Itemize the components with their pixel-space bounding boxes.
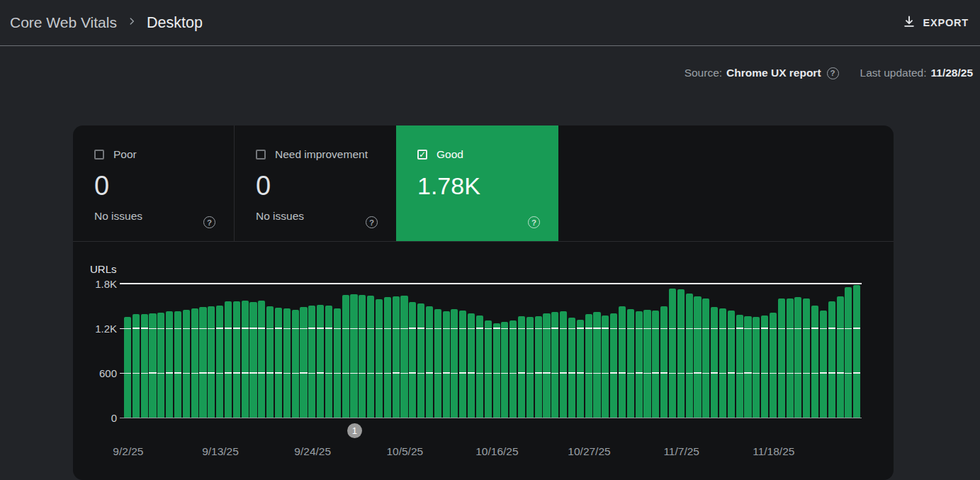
bar[interactable]	[845, 287, 852, 418]
bar[interactable]	[652, 311, 659, 418]
bar[interactable]	[417, 303, 424, 418]
bar[interactable]	[376, 299, 383, 418]
bar[interactable]	[543, 313, 550, 418]
poor-help-icon[interactable]: ?	[203, 216, 215, 228]
bar[interactable]	[451, 309, 458, 418]
bar[interactable]	[518, 316, 525, 418]
bar[interactable]	[627, 309, 634, 418]
bar[interactable]	[602, 316, 609, 418]
bar[interactable]	[149, 313, 156, 418]
bar[interactable]	[551, 312, 558, 418]
bar[interactable]	[593, 312, 600, 418]
bar[interactable]	[686, 294, 693, 418]
bar[interactable]	[585, 314, 592, 418]
bar[interactable]	[283, 308, 291, 418]
bar[interactable]	[258, 301, 265, 418]
bar[interactable]	[744, 316, 751, 418]
bar[interactable]	[141, 314, 148, 418]
bar[interactable]	[636, 311, 643, 418]
bar[interactable]	[367, 296, 374, 418]
bar[interactable]	[199, 307, 206, 418]
bar[interactable]	[526, 317, 534, 418]
good-checkbox[interactable]: ✓	[417, 150, 427, 160]
bar[interactable]	[409, 302, 416, 418]
bar[interactable]	[400, 296, 407, 418]
bar[interactable]	[694, 296, 701, 418]
bar[interactable]	[770, 313, 777, 418]
bar[interactable]	[334, 308, 341, 418]
bar[interactable]	[216, 306, 223, 418]
bar[interactable]	[233, 301, 240, 418]
bar[interactable]	[342, 295, 349, 418]
bar[interactable]	[719, 308, 726, 418]
card-good[interactable]: ✓ Good 1.78K ?	[396, 125, 558, 241]
bar[interactable]	[225, 301, 232, 418]
bar[interactable]	[535, 316, 542, 418]
bar[interactable]	[350, 294, 357, 418]
bar[interactable]	[736, 315, 743, 418]
bar[interactable]	[493, 323, 500, 418]
bar[interactable]	[249, 302, 257, 418]
bar[interactable]	[853, 285, 860, 418]
annotation-marker[interactable]: 1	[347, 423, 362, 438]
bar[interactable]	[191, 308, 198, 418]
poor-checkbox[interactable]	[94, 150, 104, 160]
bar[interactable]	[426, 306, 433, 418]
bar[interactable]	[837, 296, 844, 418]
bar[interactable]	[619, 306, 626, 418]
bar[interactable]	[803, 298, 810, 418]
bar[interactable]	[468, 313, 475, 418]
bar[interactable]	[501, 322, 508, 418]
card-need-improvement[interactable]: Need improvement 0 No issues ?	[235, 125, 396, 241]
breadcrumb-core-web-vitals[interactable]: Core Web Vitals	[10, 14, 117, 31]
bar[interactable]	[820, 311, 827, 418]
bar[interactable]	[443, 311, 450, 418]
bar[interactable]	[643, 310, 650, 418]
bar[interactable]	[828, 301, 835, 418]
bar[interactable]	[208, 306, 215, 418]
bar[interactable]	[325, 306, 332, 418]
source-help-icon[interactable]: ?	[827, 67, 839, 79]
bar[interactable]	[753, 317, 760, 418]
bar[interactable]	[669, 289, 676, 418]
bar[interactable]	[660, 306, 668, 418]
bar[interactable]	[560, 311, 567, 418]
bar[interactable]	[728, 311, 735, 418]
bar[interactable]	[811, 306, 818, 418]
bar[interactable]	[317, 305, 324, 418]
bar[interactable]	[359, 295, 366, 418]
bar[interactable]	[459, 311, 466, 418]
bar[interactable]	[292, 310, 299, 418]
need-improvement-help-icon[interactable]: ?	[366, 216, 378, 228]
bar[interactable]	[702, 298, 709, 418]
bar[interactable]	[166, 311, 173, 418]
bar[interactable]	[242, 301, 249, 418]
bar[interactable]	[761, 316, 768, 418]
bar[interactable]	[434, 309, 441, 418]
bar[interactable]	[157, 313, 164, 418]
bar[interactable]	[124, 317, 131, 418]
bar[interactable]	[476, 316, 483, 418]
bar[interactable]	[711, 307, 718, 418]
bar[interactable]	[509, 320, 517, 418]
bar[interactable]	[577, 320, 584, 418]
bar[interactable]	[300, 307, 307, 418]
bar[interactable]	[794, 297, 801, 418]
bar[interactable]	[677, 289, 685, 418]
export-button[interactable]: EXPORT	[902, 15, 969, 31]
bar[interactable]	[384, 297, 391, 418]
need-improvement-checkbox[interactable]	[256, 150, 266, 160]
bar[interactable]	[393, 296, 400, 418]
bar[interactable]	[266, 306, 274, 418]
bar[interactable]	[485, 320, 492, 418]
bar[interactable]	[183, 310, 190, 418]
bar[interactable]	[778, 298, 785, 418]
bar[interactable]	[133, 314, 140, 418]
bar[interactable]	[275, 308, 282, 418]
bar[interactable]	[308, 306, 315, 418]
bar[interactable]	[174, 311, 181, 418]
good-help-icon[interactable]: ?	[528, 216, 540, 228]
bar[interactable]	[787, 298, 794, 418]
bar[interactable]	[568, 318, 575, 418]
card-poor[interactable]: Poor 0 No issues ?	[73, 125, 235, 241]
